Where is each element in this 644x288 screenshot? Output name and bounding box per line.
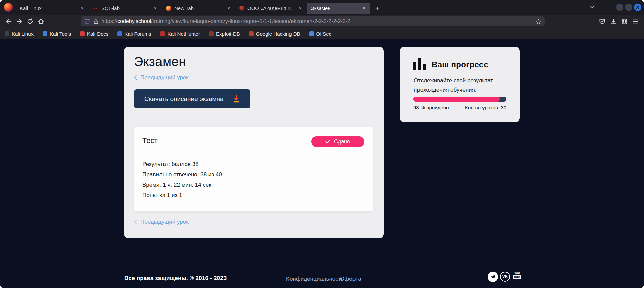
- tab-close-icon[interactable]: ×: [226, 5, 232, 12]
- telegram-icon[interactable]: [488, 272, 498, 282]
- window-controls: ✕: [616, 4, 641, 11]
- test-result-card: Тест Сдано Результат: баллов 38 Правильн…: [134, 127, 373, 211]
- bookmark-kali-forums[interactable]: Kali Forums: [117, 31, 151, 37]
- tab-kali-linux[interactable]: Kali Linux ×: [16, 3, 89, 14]
- bookmark-kali-nethunter[interactable]: Kali NetHunter: [160, 31, 200, 37]
- lessons-count-label: Кол-во уроков: 30: [465, 105, 506, 110]
- exam-card: Экзамен Предыдущий урок Скачать описание…: [124, 47, 384, 238]
- tab-close-icon[interactable]: ×: [361, 5, 367, 12]
- home-icon[interactable]: [36, 16, 46, 26]
- url-bar[interactable]: https://codeby.school/training/view/kurs…: [81, 16, 545, 26]
- youtube-icon[interactable]: You Tube: [512, 272, 522, 279]
- reload-icon[interactable]: [25, 16, 36, 26]
- offer-link[interactable]: Оферта: [340, 276, 361, 282]
- tab-title: SQL-lab: [101, 5, 149, 11]
- progress-bar-track: [413, 97, 506, 102]
- lock-icon[interactable]: [93, 19, 99, 24]
- vk-icon[interactable]: VK: [500, 272, 510, 282]
- progress-percent-label: 93 % пройдено: [413, 105, 449, 110]
- tracking-shield-icon[interactable]: [84, 19, 90, 24]
- tab-title: New Tab: [174, 5, 222, 11]
- extensions-puzzle-icon[interactable]: [621, 18, 628, 25]
- navigation-toolbar: https://codeby.school/training/view/kurs…: [0, 15, 644, 28]
- firefox-favicon-icon: [166, 6, 171, 11]
- bookmark-exploit-db[interactable]: Exploit-DB: [209, 31, 240, 37]
- menu-hamburger-icon[interactable]: [632, 18, 639, 25]
- bookmark-kali-tools[interactable]: Kali Tools: [43, 31, 71, 37]
- result-score: Результат: баллов 38: [142, 161, 365, 167]
- new-tab-button[interactable]: +: [372, 3, 382, 13]
- tab-separator: [235, 5, 235, 11]
- kali-dragon-icon: [5, 31, 9, 36]
- tab-title: Экзамен: [311, 5, 358, 11]
- bookmark-kali-docs[interactable]: Kali Docs: [80, 31, 108, 37]
- progress-fill: [413, 97, 500, 102]
- result-time: Время: 1 ч. 22 мин. 14 сек.: [142, 182, 365, 188]
- previous-lesson-link-bottom[interactable]: Предыдущий урок: [134, 219, 374, 225]
- bookmark-google-hacking-db[interactable]: Google Hacking DB: [249, 31, 300, 37]
- forward-icon[interactable]: [14, 16, 25, 26]
- kali-tools-icon: [43, 31, 47, 36]
- tab-close-icon[interactable]: ×: [152, 5, 158, 12]
- download-button-label: Скачать описание экзамна: [144, 95, 224, 103]
- tab-separator: [162, 5, 162, 11]
- tab-codeby-academy[interactable]: ООО «Академия Кодеба ×: [235, 3, 307, 14]
- bookmarks-toolbar: Kali Linux Kali Tools Kali Docs Kali For…: [0, 28, 644, 39]
- previous-lesson-link-top[interactable]: Предыдущий урок: [134, 74, 374, 81]
- list-all-tabs-chevron-icon[interactable]: [589, 4, 595, 10]
- passed-badge: Сдано: [311, 136, 364, 147]
- sql-lab-favicon-icon: SQL: [93, 6, 98, 11]
- divider: [142, 151, 365, 151]
- tab-sql-lab[interactable]: SQL SQL-lab ×: [89, 3, 162, 14]
- close-window-button[interactable]: ✕: [634, 4, 641, 11]
- progress-description: Отслеживайте свой результат прохождения …: [414, 76, 502, 94]
- bar-chart-icon: [413, 58, 426, 70]
- result-correct: Правильно отвечено: 38 из 40: [142, 172, 365, 177]
- tab-ekzamen-active[interactable]: Экзамен ×: [307, 3, 370, 14]
- bookmark-kali-linux[interactable]: Kali Linux: [5, 31, 34, 37]
- page-title: Экзамен: [134, 55, 374, 69]
- download-exam-description-button[interactable]: Скачать описание экзамна: [134, 89, 250, 108]
- kali-nethunter-icon: [160, 31, 165, 36]
- result-attempt: Попытка 1 из 1: [142, 192, 365, 198]
- tab-close-icon[interactable]: ×: [79, 5, 85, 12]
- minimize-button[interactable]: [616, 4, 623, 11]
- tab-title: ООО «Академия Кодеба: [247, 5, 294, 11]
- tab-bar: Kali Linux × SQL SQL-lab × New Tab × ООО…: [0, 0, 644, 15]
- downloads-icon[interactable]: [610, 18, 617, 25]
- tab-separator: [89, 5, 89, 11]
- tab-separator: [16, 5, 16, 11]
- tab-title: Kali Linux: [20, 5, 76, 11]
- previous-lesson-label[interactable]: Предыдущий урок: [140, 74, 189, 81]
- maximize-button[interactable]: [625, 4, 632, 11]
- url-text[interactable]: https://codeby.school/training/view/kurs…: [101, 18, 350, 24]
- progress-card: Ваш прогресс Отслеживайте свой результат…: [400, 47, 520, 122]
- pocket-icon[interactable]: [599, 18, 605, 25]
- download-arrow-icon: [232, 95, 240, 103]
- back-icon[interactable]: [3, 16, 14, 26]
- chevron-left-icon: [134, 75, 137, 80]
- page-content: Экзамен Предыдущий урок Скачать описание…: [0, 39, 644, 288]
- bookmark-star-icon[interactable]: [536, 19, 541, 24]
- copyright-text: Все права защищены. © 2016 - 2023: [124, 275, 227, 282]
- browser-window: Kali Linux × SQL SQL-lab × New Tab × ООО…: [0, 0, 644, 288]
- offsec-icon: [309, 31, 314, 36]
- exploit-db-icon: [209, 31, 214, 36]
- privacy-link[interactable]: Конфиденциальность: [286, 276, 344, 282]
- tab-new-tab[interactable]: New Tab ×: [162, 3, 235, 14]
- google-hacking-db-icon: [249, 31, 254, 36]
- firefox-logo-icon: [4, 3, 13, 12]
- kali-docs-icon: [80, 31, 85, 36]
- passed-badge-label: Сдано: [334, 139, 350, 145]
- bookmark-offsec[interactable]: OffSec: [309, 31, 332, 37]
- codeby-spider-favicon-icon: [239, 6, 244, 11]
- chevron-left-icon: [134, 220, 137, 224]
- checkmark-icon: [325, 140, 330, 144]
- previous-lesson-label[interactable]: Предыдущий урок: [140, 219, 189, 225]
- tab-close-icon[interactable]: ×: [297, 5, 303, 12]
- progress-title: Ваш прогресс: [432, 60, 488, 70]
- kali-forums-icon: [117, 31, 122, 36]
